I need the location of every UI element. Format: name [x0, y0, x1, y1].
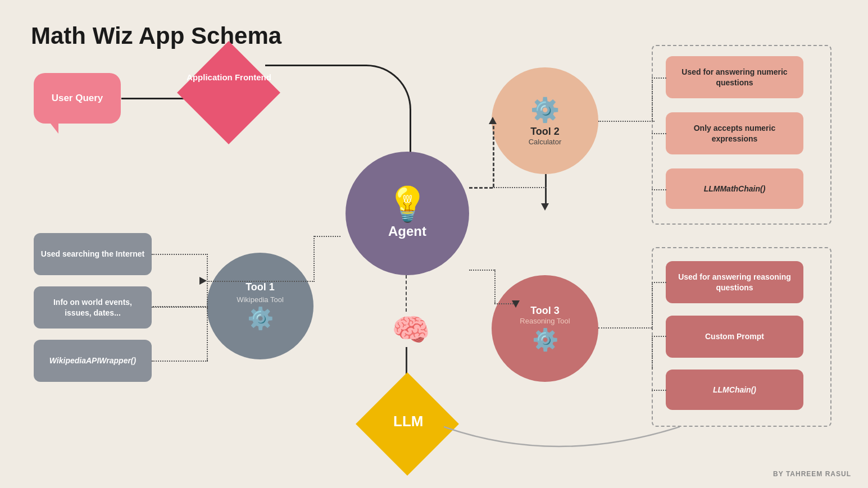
dotted-left-v2 [207, 307, 208, 361]
tool2-node: ⚙️ Tool 2 Calculator [492, 67, 598, 174]
dotted-t3-v-top [652, 282, 653, 330]
arrow-t2-down [545, 174, 547, 205]
tool1-name: Tool 1 [246, 281, 275, 293]
arrow-agent-t2-seg2 [493, 121, 494, 187]
dotted-agent-t1-v [313, 236, 315, 282]
tool3-name: Tool 3 [530, 305, 560, 317]
dotted-t3-h2 [652, 336, 666, 337]
tool3-info-box1: Used for answering reasoning questions [666, 261, 803, 303]
dotted-t2-box1 [598, 121, 655, 122]
llm-curve-arrow [444, 421, 680, 466]
dotted-t2-v [652, 77, 653, 121]
arrow-t3-down-tip [512, 300, 520, 308]
dotted-left-box3 [152, 361, 208, 362]
bulb-icon: 💡 [387, 188, 429, 221]
arrow-t1-right-tip [199, 277, 207, 285]
page-title: Math Wiz App Schema [31, 22, 281, 49]
tool3-desc: Reasoning Tool [520, 317, 570, 325]
tool1-info-box3: WikipediaAPIWrapper() [34, 340, 152, 382]
tool3-info-box3: LLMChain() [666, 370, 803, 410]
byline: BY TAHREEM RASUL [773, 470, 851, 478]
arrow-agent-brain [406, 275, 407, 312]
dotted-t3-h3 [652, 390, 666, 391]
agent-label: Agent [388, 224, 426, 239]
tool3-info-box2: Custom Prompt [666, 316, 803, 358]
tool2-name: Tool 2 [530, 126, 560, 138]
tool1-info-box2: Info on world events, issues, dates... [34, 286, 152, 329]
tool2-info-box3: LLMMathChain() [666, 168, 803, 209]
arrow-t2-down-tip [541, 203, 549, 211]
tool1-desc: Wikipedia Tool [237, 295, 284, 304]
arrow-t2-up-tip [489, 117, 497, 124]
dotted-t3-h1 [652, 282, 666, 283]
brain-icon: 🧠 [392, 312, 430, 348]
dotted-t2-h-mid [652, 133, 666, 134]
tool2-info-box2: Only accepts numeric expressions [666, 112, 803, 154]
dotted-agent-t1-h1 [315, 236, 340, 237]
user-query-node: User Query [34, 73, 121, 124]
dotted-left-v [207, 254, 208, 309]
tool2-info-box1: Used for answering numeric questions [666, 56, 803, 98]
dotted-agent-t1-h2 [207, 281, 315, 282]
dotted-left-box1 [152, 254, 208, 255]
dotted-t3-box1 [598, 327, 652, 329]
tool1-info-box1: Used searching the Internet [34, 233, 152, 275]
dotted-left-box2 [152, 307, 208, 308]
dotted-agent-t2 [492, 187, 547, 188]
agent-node: 💡 Agent [346, 152, 469, 275]
tool1-node: Tool 1 Wikipedia Tool ⚙️ [207, 253, 313, 359]
dotted-t2-h-bot [652, 189, 666, 190]
dotted-t3-v-mid [652, 336, 653, 370]
tool1-gear-icon: ⚙️ [247, 306, 274, 331]
tool2-desc: Calculator [529, 138, 562, 146]
dotted-agent-t3-h1 [469, 270, 494, 271]
tool2-gear-icon: ⚙️ [530, 96, 560, 124]
tool3-node: Tool 3 Reasoning Tool ⚙️ [492, 275, 598, 382]
dotted-agent-t3-v [494, 270, 496, 303]
arrow-agent-t2-seg1 [469, 187, 493, 189]
tool3-gear-icon: ⚙️ [532, 327, 558, 352]
dotted-t2-h-top [652, 77, 666, 79]
